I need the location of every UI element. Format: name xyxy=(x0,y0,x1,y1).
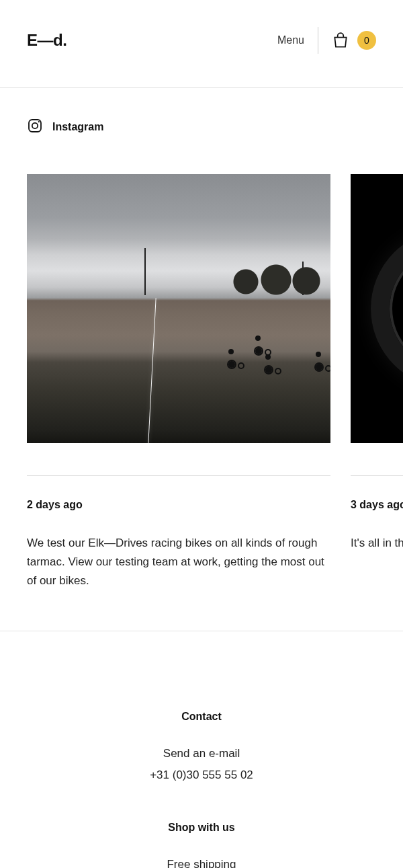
post-timestamp: 2 days ago xyxy=(27,499,330,511)
footer-shop: Shop with us Free shipping Secure paymen… xyxy=(27,822,376,868)
footer-email-link[interactable]: Send an e-mail xyxy=(27,743,376,764)
post-image xyxy=(27,174,330,443)
instagram-post[interactable]: 2 days ago We test our Elk—Drives racing… xyxy=(27,174,330,590)
svg-point-2 xyxy=(38,121,40,122)
footer-phone-link[interactable]: +31 (0)30 555 55 02 xyxy=(27,764,376,785)
site-footer: Contact Send an e-mail +31 (0)30 555 55 … xyxy=(0,631,403,868)
logo[interactable]: E—d. xyxy=(27,31,66,50)
footer-contact: Contact Send an e-mail +31 (0)30 555 55 … xyxy=(27,711,376,785)
footer-contact-heading: Contact xyxy=(27,711,376,723)
post-timestamp: 3 days ago xyxy=(351,499,403,511)
menu-button[interactable]: Menu xyxy=(277,34,304,46)
post-caption: We test our Elk—Drives racing bikes on a… xyxy=(27,534,330,590)
post-image xyxy=(351,174,403,443)
cart-count-badge: 0 xyxy=(357,31,376,50)
header-divider xyxy=(318,27,318,54)
post-divider xyxy=(351,475,403,476)
instagram-heading[interactable]: Instagram xyxy=(27,118,403,136)
instagram-section: Instagram 2 days ago We test our Elk—Dri… xyxy=(0,88,403,631)
instagram-posts: 2 days ago We test our Elk—Drives racing… xyxy=(27,174,403,590)
header-actions: Menu 0 xyxy=(277,27,376,54)
post-divider xyxy=(27,475,330,476)
instagram-post[interactable]: 3 days ago It's all in the details. Chec… xyxy=(351,174,403,590)
site-header: E—d. Menu 0 xyxy=(0,0,403,88)
cart-button[interactable]: 0 xyxy=(332,31,376,50)
footer-shop-heading: Shop with us xyxy=(27,822,376,834)
instagram-heading-label: Instagram xyxy=(52,121,103,133)
svg-point-1 xyxy=(32,123,38,128)
post-caption: It's all in the details. Check out our l… xyxy=(351,534,403,553)
bag-icon xyxy=(332,32,349,49)
instagram-icon xyxy=(27,118,43,136)
footer-shop-link[interactable]: Free shipping xyxy=(27,854,376,868)
